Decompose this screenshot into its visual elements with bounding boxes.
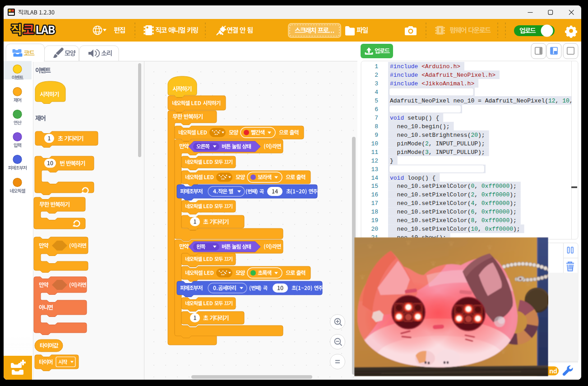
svg-text:,: , [474, 200, 482, 207]
svg-text:15: 15 [371, 183, 378, 190]
svg-text:pinMode(: pinMode( [390, 140, 425, 147]
svg-text:1: 1 [375, 63, 378, 70]
svg-text:20: 20 [471, 132, 478, 139]
svg-text:<Arduino.h>: <Arduino.h> [421, 63, 460, 70]
svg-text:#include: #include [390, 63, 418, 70]
svg-text:7: 7 [375, 115, 378, 121]
svg-text:6: 6 [471, 209, 474, 215]
svg-text:neo_10.setPixelColor(: neo_10.setPixelColor( [390, 200, 471, 207]
svg-text:}: } [390, 158, 394, 164]
svg-text:4: 4 [471, 200, 474, 207]
svg-text:0xff0000: 0xff0000 [482, 209, 509, 215]
svg-text:void: void [390, 115, 404, 121]
svg-text:,: , [556, 98, 563, 104]
svg-text:4: 4 [375, 89, 378, 96]
svg-text:3: 3 [425, 149, 429, 156]
svg-text:0xff0000: 0xff0000 [482, 200, 509, 207]
svg-text:,: , [474, 209, 482, 215]
svg-text:19: 19 [371, 217, 378, 224]
svg-text:6: 6 [375, 106, 378, 113]
svg-text:0xff0000: 0xff0000 [485, 226, 513, 233]
svg-text:16: 16 [371, 191, 378, 198]
svg-text:0xff0000: 0xff0000 [482, 183, 509, 190]
svg-text:);: ); [509, 200, 517, 207]
svg-text:);: ); [478, 132, 485, 139]
svg-text:2: 2 [471, 191, 474, 198]
svg-text:2: 2 [425, 140, 429, 147]
svg-text:9: 9 [375, 132, 378, 139]
svg-text:Adafruit_NeoPixel neo_10 = Ada: Adafruit_NeoPixel neo_10 = Adafruit_NeoP… [390, 98, 548, 104]
svg-text:neo_10.setPixelColor(: neo_10.setPixelColor( [390, 217, 471, 224]
svg-text:12: 12 [548, 98, 556, 104]
svg-text:10: 10 [371, 140, 378, 147]
svg-text:loop() {: loop() { [404, 175, 435, 181]
svg-text:10: 10 [562, 98, 569, 104]
svg-text:0: 0 [471, 183, 474, 190]
svg-text:13: 13 [371, 166, 378, 173]
svg-text:<JikkoAnimal.h>: <JikkoAnimal.h> [421, 80, 474, 87]
svg-text:, INPUT_PULLUP);: , INPUT_PULLUP); [429, 140, 485, 147]
svg-text:11: 11 [371, 149, 378, 156]
svg-text:nd: nd [549, 367, 557, 375]
svg-text:0xff0000: 0xff0000 [482, 191, 509, 198]
svg-text:);: ); [509, 191, 517, 198]
svg-text:2: 2 [375, 72, 378, 79]
svg-text:14: 14 [371, 175, 378, 181]
svg-text:<Adafruit_NeoPixel.h>: <Adafruit_NeoPixel.h> [421, 72, 495, 79]
svg-text:,: , [474, 191, 482, 198]
svg-text:neo_10.setBrightness(: neo_10.setBrightness( [390, 132, 471, 139]
svg-text:5: 5 [375, 98, 378, 104]
svg-text:,: , [478, 226, 485, 233]
svg-text:18: 18 [371, 209, 378, 215]
svg-text:, INPUT_PULLUP);: , INPUT_PULLUP); [429, 149, 485, 156]
svg-text:12: 12 [371, 158, 378, 164]
svg-text:);: ); [513, 226, 520, 233]
svg-text:8: 8 [375, 123, 378, 130]
svg-text:3: 3 [375, 80, 378, 87]
svg-text:neo_10.begin();: neo_10.begin(); [390, 123, 450, 130]
svg-text:20: 20 [371, 226, 378, 233]
svg-text:10: 10 [471, 226, 478, 233]
svg-text:setup() {: setup() { [404, 115, 439, 121]
svg-text:);: ); [509, 217, 517, 224]
svg-text:0xff0000: 0xff0000 [482, 217, 509, 224]
svg-text:void: void [390, 175, 404, 181]
svg-text:17: 17 [371, 200, 378, 207]
svg-text:8: 8 [471, 217, 474, 224]
svg-text:#include: #include [390, 80, 418, 87]
svg-text:neo_10.setPixelColor(: neo_10.setPixelColor( [390, 191, 471, 198]
svg-text:neo_10.setPixelColor(: neo_10.setPixelColor( [390, 183, 471, 190]
svg-text:#include: #include [390, 72, 418, 79]
svg-text:neo_10.setPixelColor(: neo_10.setPixelColor( [390, 226, 471, 233]
svg-text:);: ); [509, 183, 517, 190]
svg-text:);: ); [509, 209, 517, 215]
svg-text:pinMode(: pinMode( [390, 149, 425, 156]
svg-text:neo_10.setPixelColor(: neo_10.setPixelColor( [390, 209, 471, 215]
svg-text:,: , [474, 183, 482, 190]
svg-text:,: , [474, 217, 482, 224]
